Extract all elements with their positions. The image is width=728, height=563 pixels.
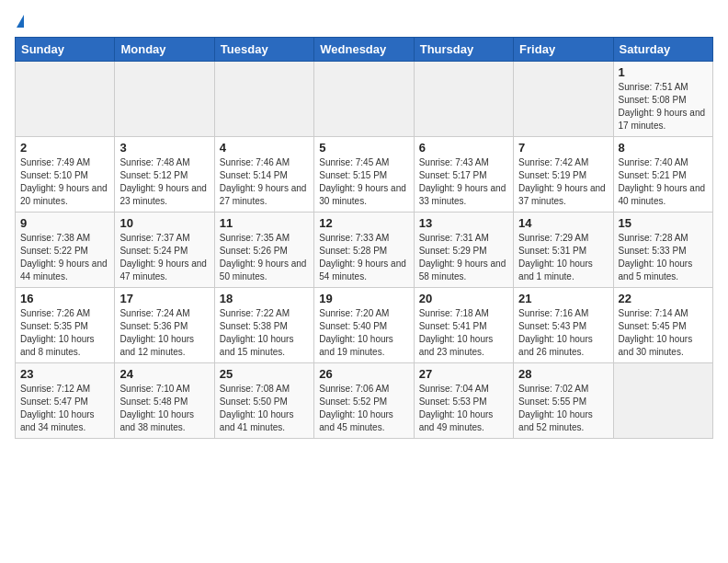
- logo-triangle-icon: [17, 15, 24, 28]
- calendar-week-row: 16Sunrise: 7:26 AM Sunset: 5:35 PM Dayli…: [16, 288, 713, 363]
- day-info: Sunrise: 7:35 AM Sunset: 5:26 PM Dayligh…: [220, 232, 309, 283]
- calendar-week-row: 1Sunrise: 7:51 AM Sunset: 5:08 PM Daylig…: [16, 62, 713, 137]
- calendar-cell: [314, 62, 414, 137]
- day-number: 13: [419, 216, 508, 230]
- day-info: Sunrise: 7:29 AM Sunset: 5:31 PM Dayligh…: [518, 232, 608, 283]
- calendar-cell: 4Sunrise: 7:46 AM Sunset: 5:14 PM Daylig…: [214, 137, 313, 213]
- day-number: 9: [20, 216, 109, 230]
- day-number: 25: [220, 367, 309, 381]
- day-number: 22: [619, 292, 708, 305]
- day-number: 12: [319, 216, 408, 230]
- day-info: Sunrise: 7:20 AM Sunset: 5:40 PM Dayligh…: [319, 307, 408, 359]
- day-info: Sunrise: 7:28 AM Sunset: 5:33 PM Dayligh…: [619, 232, 708, 283]
- day-info: Sunrise: 7:18 AM Sunset: 5:41 PM Dayligh…: [419, 307, 508, 359]
- calendar-cell: 3Sunrise: 7:48 AM Sunset: 5:12 PM Daylig…: [115, 137, 214, 213]
- calendar-cell: 10Sunrise: 7:37 AM Sunset: 5:24 PM Dayli…: [115, 213, 214, 288]
- calendar-cell: 25Sunrise: 7:08 AM Sunset: 5:50 PM Dayli…: [214, 363, 313, 439]
- calendar-week-row: 2Sunrise: 7:49 AM Sunset: 5:10 PM Daylig…: [16, 137, 713, 213]
- day-info: Sunrise: 7:40 AM Sunset: 5:21 PM Dayligh…: [619, 156, 708, 208]
- day-info: Sunrise: 7:04 AM Sunset: 5:53 PM Dayligh…: [419, 383, 508, 434]
- calendar-cell: 19Sunrise: 7:20 AM Sunset: 5:40 PM Dayli…: [314, 288, 414, 363]
- day-info: Sunrise: 7:38 AM Sunset: 5:22 PM Dayligh…: [20, 232, 109, 283]
- day-number: 6: [419, 141, 508, 155]
- calendar-cell: 28Sunrise: 7:02 AM Sunset: 5:55 PM Dayli…: [514, 363, 613, 439]
- day-number: 18: [220, 292, 309, 305]
- day-number: 3: [119, 141, 209, 155]
- logo: [15, 15, 24, 28]
- calendar-cell: 18Sunrise: 7:22 AM Sunset: 5:38 PM Dayli…: [214, 288, 313, 363]
- weekday-header: Sunday: [16, 38, 115, 62]
- day-info: Sunrise: 7:48 AM Sunset: 5:12 PM Dayligh…: [119, 156, 209, 208]
- day-number: 11: [220, 216, 309, 230]
- day-info: Sunrise: 7:12 AM Sunset: 5:47 PM Dayligh…: [20, 383, 109, 434]
- calendar-cell: 20Sunrise: 7:18 AM Sunset: 5:41 PM Dayli…: [414, 288, 513, 363]
- day-info: Sunrise: 7:08 AM Sunset: 5:50 PM Dayligh…: [220, 383, 309, 434]
- weekday-header: Tuesday: [214, 38, 313, 62]
- calendar-cell: [16, 62, 115, 137]
- day-info: Sunrise: 7:49 AM Sunset: 5:10 PM Dayligh…: [20, 156, 109, 208]
- calendar-cell: 13Sunrise: 7:31 AM Sunset: 5:29 PM Dayli…: [414, 213, 513, 288]
- calendar-header-row: SundayMondayTuesdayWednesdayThursdayFrid…: [16, 38, 713, 62]
- day-number: 17: [119, 292, 209, 305]
- weekday-header: Monday: [115, 38, 214, 62]
- calendar-cell: 17Sunrise: 7:24 AM Sunset: 5:36 PM Dayli…: [115, 288, 214, 363]
- day-info: Sunrise: 7:51 AM Sunset: 5:08 PM Dayligh…: [619, 81, 708, 132]
- day-info: Sunrise: 7:24 AM Sunset: 5:36 PM Dayligh…: [119, 307, 209, 359]
- day-info: Sunrise: 7:37 AM Sunset: 5:24 PM Dayligh…: [119, 232, 209, 283]
- day-info: Sunrise: 7:26 AM Sunset: 5:35 PM Dayligh…: [20, 307, 109, 359]
- calendar-cell: [414, 62, 513, 137]
- day-number: 8: [619, 141, 708, 155]
- calendar-cell: 9Sunrise: 7:38 AM Sunset: 5:22 PM Daylig…: [16, 213, 115, 288]
- calendar-cell: 26Sunrise: 7:06 AM Sunset: 5:52 PM Dayli…: [314, 363, 414, 439]
- day-number: 14: [518, 216, 608, 230]
- weekday-header: Saturday: [613, 38, 712, 62]
- calendar-cell: 27Sunrise: 7:04 AM Sunset: 5:53 PM Dayli…: [414, 363, 513, 439]
- day-info: Sunrise: 7:14 AM Sunset: 5:45 PM Dayligh…: [619, 307, 708, 359]
- day-number: 10: [119, 216, 209, 230]
- day-info: Sunrise: 7:46 AM Sunset: 5:14 PM Dayligh…: [220, 156, 309, 208]
- day-number: 19: [319, 292, 408, 305]
- day-number: 23: [20, 367, 109, 381]
- day-info: Sunrise: 7:02 AM Sunset: 5:55 PM Dayligh…: [518, 383, 608, 434]
- calendar-cell: 8Sunrise: 7:40 AM Sunset: 5:21 PM Daylig…: [613, 137, 712, 213]
- calendar-cell: 1Sunrise: 7:51 AM Sunset: 5:08 PM Daylig…: [613, 62, 712, 137]
- weekday-header: Friday: [514, 38, 613, 62]
- calendar-cell: 23Sunrise: 7:12 AM Sunset: 5:47 PM Dayli…: [16, 363, 115, 439]
- day-info: Sunrise: 7:10 AM Sunset: 5:48 PM Dayligh…: [119, 383, 209, 434]
- day-info: Sunrise: 7:16 AM Sunset: 5:43 PM Dayligh…: [518, 307, 608, 359]
- calendar-cell: 5Sunrise: 7:45 AM Sunset: 5:15 PM Daylig…: [314, 137, 414, 213]
- weekday-header: Wednesday: [314, 38, 414, 62]
- day-number: 24: [119, 367, 209, 381]
- calendar-cell: 12Sunrise: 7:33 AM Sunset: 5:28 PM Dayli…: [314, 213, 414, 288]
- calendar-week-row: 23Sunrise: 7:12 AM Sunset: 5:47 PM Dayli…: [16, 363, 713, 439]
- calendar-cell: [214, 62, 313, 137]
- weekday-header: Thursday: [414, 38, 513, 62]
- calendar-cell: 16Sunrise: 7:26 AM Sunset: 5:35 PM Dayli…: [16, 288, 115, 363]
- calendar-cell: 6Sunrise: 7:43 AM Sunset: 5:17 PM Daylig…: [414, 137, 513, 213]
- day-number: 2: [20, 141, 109, 155]
- day-number: 16: [20, 292, 109, 305]
- calendar-cell: 15Sunrise: 7:28 AM Sunset: 5:33 PM Dayli…: [613, 213, 712, 288]
- day-number: 1: [619, 65, 708, 79]
- day-info: Sunrise: 7:22 AM Sunset: 5:38 PM Dayligh…: [220, 307, 309, 359]
- day-number: 15: [619, 216, 708, 230]
- calendar-cell: 21Sunrise: 7:16 AM Sunset: 5:43 PM Dayli…: [514, 288, 613, 363]
- day-number: 28: [518, 367, 608, 381]
- calendar-week-row: 9Sunrise: 7:38 AM Sunset: 5:22 PM Daylig…: [16, 213, 713, 288]
- day-info: Sunrise: 7:42 AM Sunset: 5:19 PM Dayligh…: [518, 156, 608, 208]
- day-info: Sunrise: 7:45 AM Sunset: 5:15 PM Dayligh…: [319, 156, 408, 208]
- day-number: 4: [220, 141, 309, 155]
- page-header: [15, 15, 713, 28]
- day-number: 7: [518, 141, 608, 155]
- calendar-table: SundayMondayTuesdayWednesdayThursdayFrid…: [15, 37, 713, 439]
- calendar-cell: 11Sunrise: 7:35 AM Sunset: 5:26 PM Dayli…: [214, 213, 313, 288]
- day-number: 26: [319, 367, 408, 381]
- day-number: 20: [419, 292, 508, 305]
- day-number: 21: [518, 292, 608, 305]
- calendar-cell: 2Sunrise: 7:49 AM Sunset: 5:10 PM Daylig…: [16, 137, 115, 213]
- day-info: Sunrise: 7:06 AM Sunset: 5:52 PM Dayligh…: [319, 383, 408, 434]
- calendar-cell: 24Sunrise: 7:10 AM Sunset: 5:48 PM Dayli…: [115, 363, 214, 439]
- day-number: 5: [319, 141, 408, 155]
- day-number: 27: [419, 367, 508, 381]
- day-info: Sunrise: 7:31 AM Sunset: 5:29 PM Dayligh…: [419, 232, 508, 283]
